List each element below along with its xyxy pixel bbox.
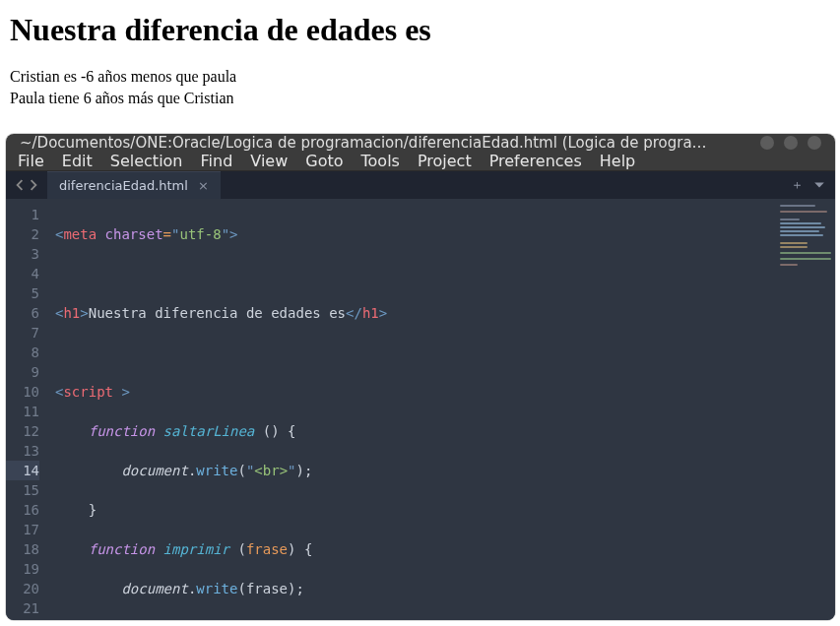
menu-edit[interactable]: Edit [62, 152, 93, 170]
code-content[interactable]: <meta charset="utf-8"> <h1>Nuestra difer… [47, 199, 772, 620]
menu-bar: File Edit Selection Find View Goto Tools… [6, 152, 835, 171]
menu-project[interactable]: Project [418, 152, 472, 170]
tab-close-icon[interactable]: × [198, 178, 209, 193]
tab-bar: diferenciaEdad.html × ＋ [6, 171, 835, 199]
menu-selection[interactable]: Selection [110, 152, 183, 170]
tab-label: diferenciaEdad.html [59, 178, 188, 193]
menu-view[interactable]: View [250, 152, 288, 170]
menu-help[interactable]: Help [600, 152, 635, 170]
window-maximize-button[interactable] [784, 136, 798, 150]
output-line-1: Cristian es -6 años menos que paula [10, 66, 830, 88]
back-icon[interactable] [14, 179, 26, 191]
new-tab-icon[interactable]: ＋ [791, 176, 804, 194]
page-heading: Nuestra diferencia de edades es [10, 12, 830, 48]
editor-window: ~/Documentos/ONE:Oracle/Logica de progra… [6, 134, 835, 620]
code-area[interactable]: 123 456 789 101112 131415 161718 192021 … [6, 199, 835, 620]
file-tab[interactable]: diferenciaEdad.html × [47, 171, 221, 199]
forward-icon[interactable] [28, 179, 39, 191]
tab-history-nav [6, 179, 47, 191]
menu-file[interactable]: File [18, 152, 44, 170]
output-line-2: Paula tiene 6 años más que Cristian [10, 88, 830, 109]
window-close-button[interactable] [808, 136, 821, 150]
menu-tools[interactable]: Tools [361, 152, 400, 170]
window-minimize-button[interactable] [760, 136, 774, 150]
menu-goto[interactable]: Goto [305, 152, 343, 170]
window-titlebar[interactable]: ~/Documentos/ONE:Oracle/Logica de progra… [6, 134, 835, 152]
tab-dropdown-icon[interactable] [813, 179, 825, 191]
window-controls [760, 136, 821, 150]
line-number-gutter: 123 456 789 101112 131415 161718 192021 [6, 199, 47, 620]
window-title: ~/Documentos/ONE:Oracle/Logica de progra… [20, 134, 750, 152]
browser-preview: Nuestra diferencia de edades es Cristian… [0, 0, 840, 108]
menu-find[interactable]: Find [201, 152, 233, 170]
menu-preferences[interactable]: Preferences [489, 152, 582, 170]
minimap[interactable] [772, 199, 835, 620]
